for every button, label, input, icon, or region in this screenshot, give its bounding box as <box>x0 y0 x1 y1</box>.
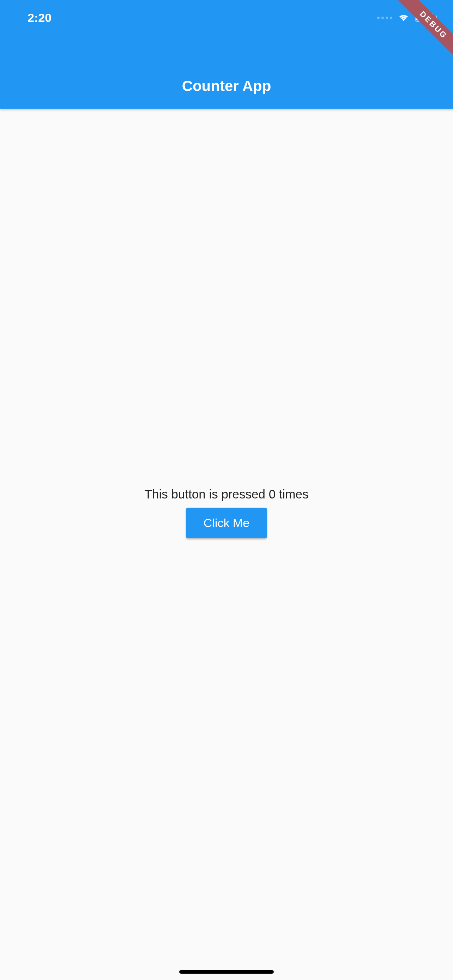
click-me-button[interactable]: Click Me <box>186 508 267 538</box>
main-content: This button is pressed 0 times Click Me <box>0 109 453 980</box>
status-time: 2:20 <box>27 11 51 25</box>
app-title: Counter App <box>182 78 271 95</box>
wifi-icon <box>397 13 410 22</box>
home-indicator[interactable] <box>179 970 274 974</box>
cellular-signal-icon <box>377 17 392 19</box>
status-bar: 2:20 <box>0 0 453 35</box>
counter-text: This button is pressed 0 times <box>145 487 309 501</box>
